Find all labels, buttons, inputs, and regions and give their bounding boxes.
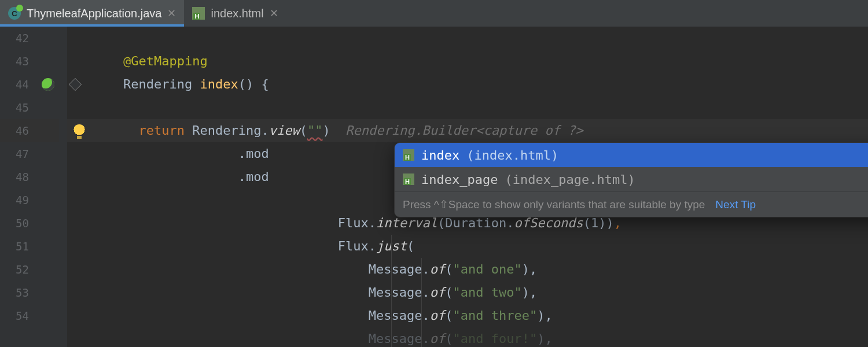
line-number: 45 (0, 96, 59, 119)
code-line: return Rendering.view("") Rendering.Buil… (67, 119, 868, 142)
close-icon[interactable]: ✕ (167, 7, 176, 20)
code-area[interactable]: @GetMapping Rendering index() { return R… (59, 27, 868, 347)
code-line: Message.of("and three"), (67, 304, 868, 327)
line-number: 47 (0, 142, 59, 165)
line-number: 42 (0, 27, 59, 50)
line-number: 49 (0, 189, 59, 212)
tab-label: index.html (211, 7, 263, 20)
code-completion-popup: index (index.html) index_page (index_pag… (394, 142, 868, 217)
code-line (67, 27, 868, 50)
intention-bulb-icon[interactable] (73, 124, 86, 137)
completion-hint: Press ^⇧Space to show only variants that… (403, 198, 705, 211)
gutter: 42 43 44 45 46 47 48 49 50 51 52 53 54 (0, 27, 59, 347)
line-number: 44 (0, 73, 59, 96)
completion-item[interactable]: index_page (index_page.html) (395, 167, 868, 191)
completion-footer: Press ^⇧Space to show only variants that… (395, 191, 868, 217)
line-number: 51 (0, 235, 59, 258)
html-file-icon (403, 149, 414, 161)
tab-index-html[interactable]: index.html ✕ (184, 0, 286, 27)
completion-item-detail: (index_page.html) (505, 172, 635, 187)
tab-thymeleaf-application[interactable]: ThymeleafApplication.java ✕ (0, 0, 184, 27)
code-line: Message.of("and one"), (67, 258, 868, 281)
code-line: Rendering index() { (67, 73, 868, 96)
completion-item-detail: (index.html) (466, 148, 558, 163)
java-class-icon (8, 7, 21, 20)
line-number: 46 (0, 119, 59, 142)
line-number: 52 (0, 258, 59, 281)
code-line: Message.of("and four!"), (67, 327, 868, 347)
code-line: Flux.just( (67, 235, 868, 258)
completion-item[interactable]: index (index.html) (395, 143, 868, 167)
line-number: 54 (0, 304, 59, 327)
html-file-icon (192, 7, 205, 20)
line-number: 43 (0, 50, 59, 73)
editor-tabbar: ThymeleafApplication.java ✕ index.html ✕ (0, 0, 868, 27)
tab-label: ThymeleafApplication.java (27, 7, 161, 20)
line-number: 53 (0, 281, 59, 304)
html-file-icon (403, 174, 414, 185)
completion-item-name: index (421, 148, 459, 163)
line-number: 48 (0, 165, 59, 189)
code-line: @GetMapping (67, 50, 868, 73)
next-tip-link[interactable]: Next Tip (715, 198, 756, 211)
code-line (67, 96, 868, 119)
line-number: 50 (0, 212, 59, 235)
code-line: Message.of("and two"), (67, 281, 868, 304)
spring-gutter-icon[interactable] (42, 78, 54, 91)
completion-item-name: index_page (421, 172, 498, 187)
inline-type-hint: Rendering.Builder<capture of ?> (345, 123, 583, 138)
code-editor[interactable]: 42 43 44 45 46 47 48 49 50 51 52 53 54 @… (0, 27, 868, 347)
close-icon[interactable]: ✕ (270, 7, 278, 20)
